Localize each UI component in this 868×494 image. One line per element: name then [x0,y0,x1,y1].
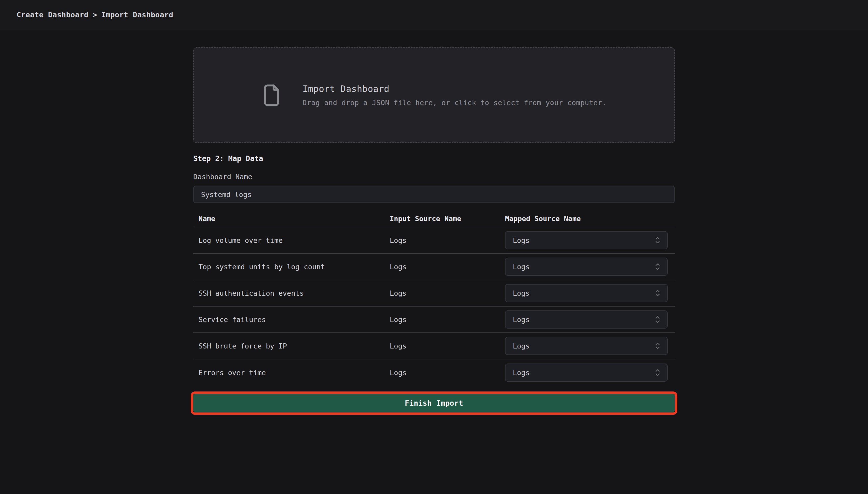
row-input-source-cell: Logs [390,236,505,244]
mapped-source-select-value: Logs [513,342,530,350]
dropzone-title: Import Dashboard [303,83,607,94]
chevrons-up-down-icon [654,368,661,377]
chevrons-up-down-icon [654,236,661,245]
table-row: SSH brute force by IP Logs Logs [193,333,675,359]
row-name-cell: SSH brute force by IP [193,342,390,350]
row-name-cell: Top systemd units by log count [193,263,390,271]
mapped-source-select[interactable]: Logs [505,363,668,382]
column-header-name: Name [193,215,390,223]
mapped-source-select[interactable]: Logs [505,284,668,302]
breadcrumb-item-import-dashboard[interactable]: Import Dashboard [101,11,173,19]
table-body: Log volume over time Logs Logs Top syste… [193,227,675,386]
table-row: Service failures Logs Logs [193,307,675,333]
chevrons-up-down-icon [654,315,661,324]
mapped-source-select[interactable]: Logs [505,310,668,328]
row-input-source-cell: Logs [390,289,505,297]
row-name-cell: Errors over time [193,369,390,377]
table-row: Log volume over time Logs Logs [193,227,675,254]
row-name-cell: Log volume over time [193,236,390,244]
row-input-source-cell: Logs [390,263,505,271]
column-header-mapped-source: Mapped Source Name [505,215,675,223]
mapped-source-select[interactable]: Logs [505,337,668,355]
json-file-dropzone[interactable]: Import Dashboard Drag and drop a JSON fi… [193,48,675,143]
mapped-source-select-value: Logs [513,316,530,324]
chevrons-up-down-icon [654,262,661,271]
mapped-source-select[interactable]: Logs [505,231,668,249]
finish-import-button[interactable]: Finish Import [193,394,675,412]
dropzone-text: Import Dashboard Drag and drop a JSON fi… [303,83,607,107]
row-mapped-source-cell: Logs [505,363,675,382]
row-input-source-cell: Logs [390,369,505,377]
mapped-source-select-value: Logs [513,263,530,271]
annotation-highlight-box: Finish Import [193,394,675,412]
topbar: Create Dashboard > Import Dashboard [0,0,868,30]
breadcrumb-separator: > [93,11,97,19]
row-mapped-source-cell: Logs [505,258,675,276]
column-header-input-source: Input Source Name [390,215,505,223]
dropzone-subtitle: Drag and drop a JSON file here, or click… [303,99,607,107]
row-mapped-source-cell: Logs [505,337,675,355]
mapped-source-select-value: Logs [513,369,530,377]
row-input-source-cell: Logs [390,316,505,324]
row-name-cell: SSH authentication events [193,289,390,297]
file-icon [262,83,281,107]
row-mapped-source-cell: Logs [505,231,675,249]
mapped-source-select[interactable]: Logs [505,258,668,276]
chevrons-up-down-icon [654,342,661,350]
row-mapped-source-cell: Logs [505,284,675,302]
mapped-source-select-value: Logs [513,236,530,244]
row-mapped-source-cell: Logs [505,310,675,328]
import-dashboard-page: Import Dashboard Drag and drop a JSON fi… [193,48,675,412]
table-row: Errors over time Logs Logs [193,359,675,386]
dashboard-name-label: Dashboard Name [193,173,675,181]
step-heading: Step 2: Map Data [193,154,675,163]
breadcrumb-item-create-dashboard[interactable]: Create Dashboard [17,11,89,19]
breadcrumb: Create Dashboard > Import Dashboard [17,11,173,19]
dashboard-name-input[interactable] [193,186,675,203]
source-mapping-table: Name Input Source Name Mapped Source Nam… [193,210,675,386]
table-header-row: Name Input Source Name Mapped Source Nam… [193,210,675,227]
row-name-cell: Service failures [193,316,390,324]
table-row: Top systemd units by log count Logs Logs [193,254,675,280]
table-row: SSH authentication events Logs Logs [193,280,675,307]
row-input-source-cell: Logs [390,342,505,350]
mapped-source-select-value: Logs [513,289,530,297]
chevrons-up-down-icon [654,289,661,298]
